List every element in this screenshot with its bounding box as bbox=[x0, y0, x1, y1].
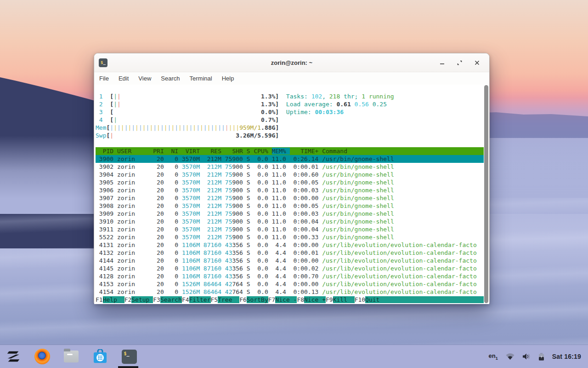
term-text: 1 bbox=[362, 93, 365, 100]
fkey-f5[interactable]: F5Tree bbox=[211, 296, 240, 303]
term-text: 3570M bbox=[182, 179, 204, 186]
blank-line bbox=[96, 139, 484, 147]
fkey-f9[interactable]: F9Kill bbox=[326, 296, 355, 303]
term-text: [ bbox=[110, 93, 113, 100]
fkey-f10[interactable]: F10Quit bbox=[355, 296, 484, 303]
column-header-sort[interactable]: MEM% bbox=[272, 148, 290, 155]
column-header[interactable]: PID bbox=[96, 148, 117, 155]
meter-bar: | bbox=[214, 124, 218, 131]
process-row[interactable]: 3904 zorin 20 0 3570M 212M 75900 S 0.0 1… bbox=[96, 171, 484, 178]
clock[interactable]: Sat 16:19 bbox=[552, 353, 581, 360]
term-text bbox=[117, 116, 261, 123]
process-row[interactable]: 4131 zorin 20 0 1106M 87160 43356 S 0.0 … bbox=[96, 241, 484, 249]
menu-item-search[interactable]: Search bbox=[161, 75, 180, 82]
term-text: 356 bbox=[232, 257, 246, 264]
column-header[interactable]: CPU% bbox=[254, 148, 271, 155]
term-text: 0 bbox=[168, 202, 182, 209]
keyboard-layout-indicator[interactable]: en1 bbox=[489, 352, 498, 361]
scrollbar-track[interactable] bbox=[484, 85, 489, 303]
files-launcher[interactable] bbox=[63, 348, 79, 365]
column-header[interactable]: PRI bbox=[153, 148, 167, 155]
process-command: /usr/bin/gnome-shell bbox=[322, 171, 394, 178]
close-button[interactable] bbox=[473, 59, 481, 67]
term-text: 0:00.70 bbox=[290, 273, 322, 280]
column-header[interactable]: NI bbox=[168, 148, 182, 155]
process-row[interactable]: 3910 zorin 20 0 3570M 212M 75900 S 0.0 1… bbox=[96, 218, 484, 225]
wifi-icon[interactable] bbox=[506, 353, 514, 360]
term-text: zorin bbox=[117, 195, 153, 201]
column-header[interactable]: VIRT bbox=[182, 148, 204, 155]
term-text: F8 bbox=[297, 296, 304, 303]
scrollbar-thumb[interactable] bbox=[484, 85, 488, 303]
term-text: 900 bbox=[232, 226, 246, 233]
terminal-viewport[interactable]: 1 [|| 1.3%] Tasks: 102, 218 thr; 1 runni… bbox=[94, 85, 489, 304]
term-text: 4.4 bbox=[272, 257, 290, 264]
process-row[interactable]: 4128 zorin 20 0 1106M 87160 43356 S 0.0 … bbox=[96, 272, 484, 280]
window-title: zorin@zorin: ~ bbox=[94, 59, 489, 66]
term-text: 0 bbox=[168, 288, 182, 295]
column-header[interactable]: RES bbox=[204, 148, 225, 155]
process-row[interactable]: 5522 zorin 20 0 3570M 212M 75900 S 0.0 1… bbox=[96, 233, 484, 241]
term-text: 0 bbox=[168, 273, 182, 280]
fkey-f8[interactable]: F8Nice + bbox=[297, 296, 326, 303]
process-row-selected[interactable]: 3900 zorin 20 0 3570M 212M 75900 S 0.0 1… bbox=[96, 155, 484, 163]
term-text: 11.0 bbox=[272, 171, 290, 178]
term-text: 11.0 bbox=[272, 187, 290, 194]
term-text: 75 bbox=[225, 163, 232, 170]
process-row[interactable]: 3911 zorin 20 0 3570M 212M 75900 S 0.0 1… bbox=[96, 225, 484, 233]
fkey-f4[interactable]: F4Filter bbox=[182, 296, 211, 303]
term-text: 3570M bbox=[182, 195, 204, 201]
window-titlebar[interactable]: $_ zorin@zorin: ~ bbox=[94, 53, 489, 72]
zorin-menu-button[interactable] bbox=[5, 348, 22, 365]
volume-icon[interactable] bbox=[522, 353, 531, 360]
minimize-button[interactable] bbox=[438, 59, 446, 67]
term-text: 959M/1 bbox=[239, 124, 261, 131]
process-row[interactable]: 4132 zorin 20 0 1106M 87160 43356 S 0.0 … bbox=[96, 249, 484, 257]
column-header[interactable]: SHR bbox=[225, 148, 247, 155]
menu-item-edit[interactable]: Edit bbox=[119, 75, 129, 82]
process-row[interactable]: 4145 zorin 20 0 1106M 87160 43356 S 0.0 … bbox=[96, 264, 484, 272]
process-row[interactable]: 4144 zorin 20 0 1106M 87160 43356 S 0.0 … bbox=[96, 257, 484, 264]
process-row[interactable]: 3906 zorin 20 0 3570M 212M 75900 S 0.0 1… bbox=[96, 186, 484, 194]
term-text: 0:00.60 bbox=[290, 171, 322, 178]
menu-item-terminal[interactable]: Terminal bbox=[190, 75, 212, 82]
software-launcher[interactable] bbox=[92, 348, 108, 365]
table-header[interactable]: PID USER PRI NI VIRT RES SHR S CPU% MEM%… bbox=[96, 147, 484, 155]
terminal-window: $_ zorin@zorin: ~ FileEditViewSearchTerm… bbox=[94, 53, 490, 304]
term-text: 3570M bbox=[182, 155, 204, 162]
term-text: 86464 bbox=[204, 281, 225, 288]
process-row[interactable]: 3902 zorin 20 0 3570M 212M 75900 S 0.0 1… bbox=[96, 163, 484, 171]
process-command: /usr/bin/gnome-shell bbox=[322, 234, 394, 241]
column-header[interactable]: S bbox=[247, 148, 254, 155]
column-header[interactable]: USER bbox=[117, 148, 153, 155]
process-row[interactable]: 4153 zorin 20 0 1526M 86464 42764 S 0.0 … bbox=[96, 280, 484, 288]
terminal-icon-glyph: $ bbox=[101, 61, 103, 65]
process-row[interactable]: 3909 zorin 20 0 3570M 212M 75900 S 0.0 1… bbox=[96, 210, 484, 218]
battery-icon[interactable] bbox=[538, 353, 544, 361]
term-text: 11.0 bbox=[272, 234, 290, 241]
fkey-f1[interactable]: F1Help bbox=[96, 296, 124, 303]
term-text: 0.0 bbox=[254, 163, 271, 170]
term-text: 3570M bbox=[182, 202, 204, 209]
fkey-f7[interactable]: F7Nice - bbox=[268, 296, 297, 303]
term-text: 20 bbox=[153, 242, 167, 248]
term-text: 0.0% bbox=[261, 109, 275, 115]
restore-button[interactable] bbox=[456, 59, 464, 67]
fkey-f3[interactable]: F3Search bbox=[153, 296, 182, 303]
process-row[interactable]: 3907 zorin 20 0 3570M 212M 75900 S 0.0 1… bbox=[96, 194, 484, 202]
process-row[interactable]: 3908 zorin 20 0 3570M 212M 75900 S 0.0 1… bbox=[96, 202, 484, 210]
fkey-f2[interactable]: F2Setup bbox=[124, 296, 153, 303]
firefox-launcher[interactable] bbox=[34, 348, 51, 365]
menu-item-file[interactable]: File bbox=[99, 75, 109, 82]
fkey-f6[interactable]: F6SortBy bbox=[239, 296, 268, 303]
menu-item-view[interactable]: View bbox=[138, 75, 151, 82]
menu-item-help[interactable]: Help bbox=[222, 75, 234, 82]
process-row[interactable]: 3905 zorin 20 0 3570M 212M 75900 S 0.0 1… bbox=[96, 178, 484, 186]
process-row[interactable]: 4154 zorin 20 0 1526M 86464 42764 S 0.0 … bbox=[96, 288, 484, 296]
term-text: 75 bbox=[225, 195, 232, 201]
column-header[interactable]: Command bbox=[322, 148, 347, 155]
terminal-launcher[interactable]: $_ bbox=[121, 348, 137, 365]
term-text: 0 bbox=[168, 187, 182, 194]
term-text: 43 bbox=[225, 249, 232, 256]
column-header[interactable]: TIME+ bbox=[290, 148, 322, 155]
